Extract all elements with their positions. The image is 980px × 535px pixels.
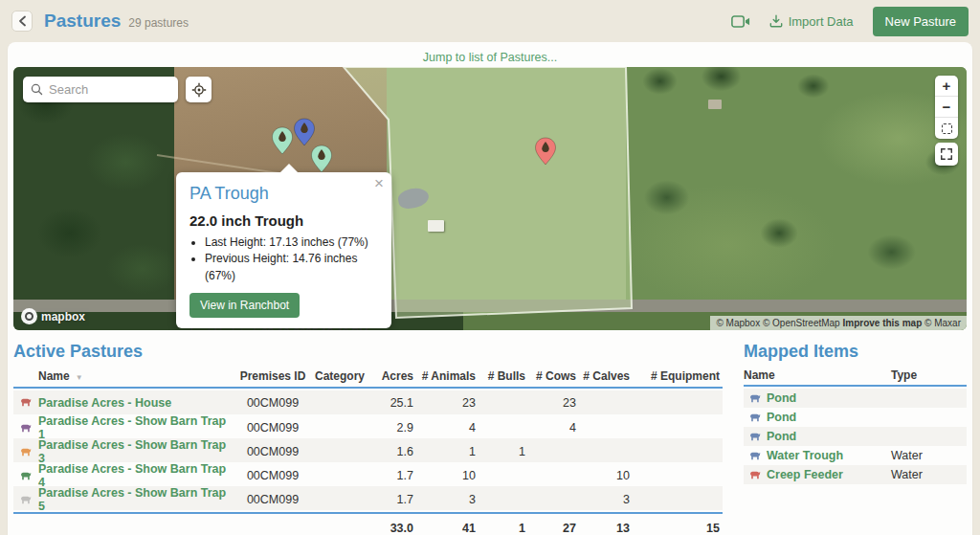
map-attribution: © Mapbox © OpenStreetMap Improve this ma… [710,316,967,330]
pasture-acres: 1.7 [368,469,413,482]
draw-polygon-button[interactable] [935,118,958,139]
mapped-item-name-link[interactable]: Creep Feeder [767,468,891,481]
active-pastures-totals-row: 33.0 41 1 27 13 15 [13,516,723,535]
total-bulls: 1 [476,522,525,535]
pasture-cows: 23 [525,396,576,410]
attrib-osm[interactable]: © OpenStreetMap [763,318,840,328]
pasture-name-link[interactable]: Paradise Acres - Show Barn Trap 4 [38,462,234,489]
mapped-item-row-4[interactable]: Creep FeederWater [744,465,967,484]
trough-marker-red[interactable] [534,137,557,166]
trough-marker-teal-1[interactable] [271,126,294,155]
cattle-icon [749,431,762,443]
pasture-row-4[interactable]: Paradise Acres - Show Barn Trap 500CM099… [13,486,723,510]
trough-marker-blue[interactable] [293,118,316,146]
pasture-row-1[interactable]: Paradise Acres - Show Barn Trap 100CM099… [13,414,723,438]
pasture-name-link[interactable]: Paradise Acres - Show Barn Trap 5 [38,486,234,513]
col-animals[interactable]: # Animals [413,369,476,383]
total-equipment: 15 [630,522,720,535]
new-pasture-button[interactable]: New Pasture [873,7,969,36]
col-equipment[interactable]: # Equipment [630,369,720,383]
pasture-boundary-polygon [13,67,967,330]
col-category[interactable]: Category [311,369,368,383]
table-divider [744,385,967,387]
pasture-cows: 4 [525,421,576,435]
geolocate-button[interactable] [186,77,212,102]
pasture-row-2[interactable]: Paradise Acres - Show Barn Trap 300CM099… [13,438,723,462]
pasture-animals: 23 [413,396,476,410]
video-tour-icon[interactable] [731,14,750,29]
attrib-improve-link[interactable]: Improve this map [842,318,922,328]
pasture-animals: 4 [413,421,476,435]
col-cows[interactable]: # Cows [525,369,576,383]
popup-detail-item: Last Height: 17.13 inches (77%) [205,234,378,251]
pasture-animals: 10 [413,469,476,482]
pasture-animals: 3 [413,493,476,506]
download-icon [769,14,783,28]
col-calves[interactable]: # Calves [576,369,630,383]
popup-detail-item: Previous Height: 14.76 inches (67%) [205,251,378,284]
mapped-item-name-link[interactable]: Pond [767,430,891,443]
pasture-name-link[interactable]: Paradise Acres - Show Barn Trap 3 [38,438,234,465]
cattle-icon [20,422,33,435]
map-search-box[interactable] [23,77,178,102]
map-popup: × PA Trough 22.0 inch Trough Last Height… [176,172,391,328]
jump-to-list-link[interactable]: Jump to list of Pastures... [0,51,980,64]
chevron-left-icon [18,15,27,27]
pasture-name-link[interactable]: Paradise Acres - House [38,396,234,410]
popup-subtitle: 22.0 inch Trough [189,212,378,229]
map-building [428,220,444,232]
pasture-premises-id: 00CM099 [234,396,311,410]
zoom-out-button[interactable]: − [935,97,958,118]
mapbox-logo[interactable]: mapbox [21,308,85,324]
cattle-icon [749,392,762,405]
map-building-2 [708,100,722,109]
mapped-item-row-2[interactable]: Pond [744,427,967,446]
mapped-item-name-link[interactable]: Pond [767,411,891,424]
import-data-label: Import Data [789,14,854,29]
attrib-mapbox[interactable]: © Mapbox [716,318,760,328]
col-premises-id[interactable]: Premises ID [234,369,311,383]
trough-marker-teal-2[interactable] [310,145,333,173]
total-calves: 13 [576,522,630,535]
cattle-icon [20,494,33,506]
total-acres: 33.0 [368,522,413,535]
pasture-name-link[interactable]: Paradise Acres - Show Barn Trap 1 [38,414,234,441]
pasture-map[interactable]: + − × PA Trough 22.0 inch Trough Last He… [13,67,967,330]
pasture-row-3[interactable]: Paradise Acres - Show Barn Trap 400CM099… [13,462,723,486]
popup-arrow [279,164,299,173]
mapped-item-name-link[interactable]: Pond [767,391,891,405]
pasture-acres: 25.1 [368,396,413,410]
mapped-item-row-0[interactable]: Pond [744,389,967,408]
pasture-premises-id: 00CM099 [234,469,311,482]
mapped-item-row-3[interactable]: Water TroughWater [744,446,967,465]
cattle-icon [749,469,762,481]
col-bulls[interactable]: # Bulls [476,369,525,383]
pasture-count: 29 pastures [128,16,189,30]
col-name[interactable]: Name▼ [38,369,234,383]
popup-close-icon[interactable]: × [374,174,384,193]
pasture-row-0[interactable]: Paradise Acres - House00CM09925.12323 [13,390,723,414]
col-acres[interactable]: Acres [368,369,413,383]
pasture-premises-id: 00CM099 [234,421,311,435]
search-icon [31,83,43,96]
popup-title-link[interactable]: PA Trough [189,184,378,204]
mapped-items-header: Name Type [744,368,967,383]
view-in-ranchbot-button[interactable]: View in Ranchbot [189,293,300,318]
import-data-button[interactable]: Import Data [769,14,854,29]
mapped-items-title: Mapped Items [744,342,858,362]
attrib-maxar[interactable]: © Maxar [924,318,961,328]
mapped-item-row-1[interactable]: Pond [744,408,967,427]
col-mi-name[interactable]: Name [744,368,891,382]
col-mi-type[interactable]: Type [891,368,967,382]
back-button[interactable] [11,11,33,32]
fullscreen-button[interactable] [935,143,958,166]
search-input[interactable] [49,82,162,97]
popup-detail-list: Last Height: 17.13 inches (77%)Previous … [205,234,378,284]
mapped-item-name-link[interactable]: Water Trough [767,449,891,462]
dashed-square-icon [942,123,952,134]
pasture-premises-id: 00CM099 [234,493,311,506]
total-cows: 27 [525,522,576,535]
zoom-in-button[interactable]: + [935,76,958,97]
cattle-icon [749,412,762,424]
cattle-icon [20,446,33,458]
